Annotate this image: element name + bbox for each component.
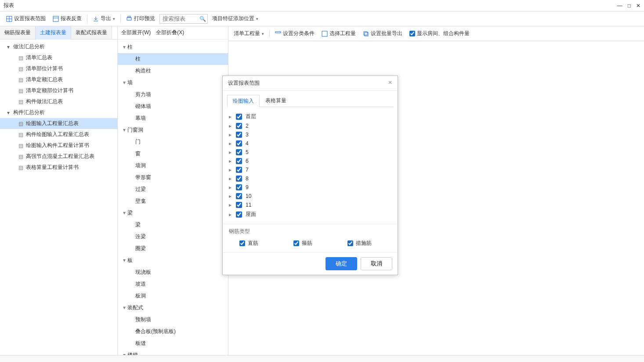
tree-item[interactable]: ▤构件绘图输入工程量汇总表: [0, 129, 117, 140]
quantity-type-dropdown[interactable]: 清单工程量 ▾: [232, 29, 266, 38]
classify-button[interactable]: 设置分类条件: [273, 29, 316, 38]
expand-icon[interactable]: ▸: [229, 193, 232, 199]
category-item[interactable]: 壁龛: [118, 195, 228, 207]
category-item[interactable]: 柱: [118, 53, 228, 65]
category-item[interactable]: 连梁: [118, 231, 228, 243]
tab-rebar[interactable]: 钢筋报表量: [0, 26, 36, 39]
table-icon: [53, 16, 59, 22]
tree-item[interactable]: ▤表格算量工程量计算书: [0, 162, 117, 173]
category-group[interactable]: ▾柱: [118, 41, 228, 53]
recheck-button[interactable]: 报表反查: [50, 14, 84, 24]
batch-export-button[interactable]: 设置批量导出: [361, 29, 404, 38]
expand-icon[interactable]: ▸: [229, 140, 232, 147]
expand-icon[interactable]: ▸: [229, 149, 232, 155]
expand-all-button[interactable]: 全部展开(W): [121, 29, 151, 36]
floor-checkbox-row[interactable]: ▸9: [229, 183, 391, 192]
category-item[interactable]: 门: [118, 136, 228, 148]
floor-checkbox-row[interactable]: ▸5: [229, 148, 391, 157]
category-item[interactable]: 砌体墙: [118, 100, 228, 112]
tree-item[interactable]: ▤清单汇总表: [0, 52, 117, 63]
category-item[interactable]: 圈梁: [118, 243, 228, 254]
floor-checkbox-row[interactable]: ▸2: [229, 122, 391, 130]
set-range-button[interactable]: 设置报表范围: [4, 14, 48, 24]
category-item[interactable]: 构造柱: [118, 65, 228, 77]
collapse-all-button[interactable]: 全部折叠(X): [156, 29, 184, 36]
tree-item[interactable]: ▤绘图输入构件工程量计算书: [0, 140, 117, 151]
select-qty-button[interactable]: 选择工程量: [320, 29, 358, 38]
floor-checkbox-row[interactable]: ▸7: [229, 165, 391, 174]
tab-civil[interactable]: 土建报表量: [36, 26, 71, 39]
floor-checkbox-row[interactable]: ▸8: [229, 174, 391, 183]
category-item[interactable]: 坡道: [118, 278, 228, 290]
floor-checkbox-row[interactable]: ▸4: [229, 139, 391, 148]
rebar-type-checkbox[interactable]: 直筋: [239, 240, 258, 247]
show-room-checkbox[interactable]: 显示房间、组合构件量: [408, 29, 471, 38]
category-item[interactable]: 预制墙: [118, 314, 228, 326]
category-group[interactable]: ▾墙: [118, 77, 228, 89]
export-icon: [93, 16, 99, 22]
category-group[interactable]: ▾楼梯: [118, 349, 228, 355]
expand-icon[interactable]: ▸: [229, 123, 232, 129]
floor-checkbox-row[interactable]: ▸10: [229, 192, 391, 201]
print-preview-button[interactable]: 打印预览: [123, 14, 158, 24]
category-item[interactable]: 现浇板: [118, 266, 228, 278]
set-range-dialog: 设置报表范围 ✕ 绘图输入 表格算量 ▸首层▸2▸3▸4▸5▸6▸7▸8▸9▸1…: [222, 75, 398, 275]
tree-item[interactable]: ▤清单定额汇总表: [0, 74, 117, 85]
filter-icon: [275, 31, 281, 37]
svg-rect-3: [53, 16, 58, 22]
category-item[interactable]: 剪力墙: [118, 89, 228, 100]
expand-icon[interactable]: ▸: [229, 184, 232, 190]
dialog-close-button[interactable]: ✕: [388, 79, 392, 87]
rebar-type-checkbox[interactable]: 措施筋: [347, 240, 372, 247]
tree-item[interactable]: ▤构件做法汇总表: [0, 96, 117, 107]
expand-icon[interactable]: ▸: [229, 114, 232, 120]
expand-icon[interactable]: ▸: [229, 158, 232, 164]
category-item[interactable]: 梁: [118, 219, 228, 231]
floor-checkbox-row[interactable]: ▸首层: [229, 111, 391, 122]
tree-group[interactable]: ▾构件汇总分析: [0, 107, 117, 118]
tree-item[interactable]: ▤清单部位计算书: [0, 63, 117, 74]
tab-prefab[interactable]: 装配式报表量: [71, 26, 112, 39]
maximize-button[interactable]: □: [628, 3, 631, 9]
minimize-button[interactable]: —: [617, 3, 622, 9]
svg-rect-7: [275, 32, 281, 33]
floor-checkbox-row[interactable]: ▸6: [229, 157, 391, 165]
category-group[interactable]: ▾装配式: [118, 302, 228, 314]
category-item[interactable]: 板缝: [118, 337, 228, 349]
category-item[interactable]: 过梁: [118, 183, 228, 195]
category-group[interactable]: ▾梁: [118, 207, 228, 219]
category-group[interactable]: ▾板: [118, 254, 228, 266]
close-button[interactable]: ✕: [636, 3, 640, 9]
category-item[interactable]: 板洞: [118, 290, 228, 302]
category-item[interactable]: 窗: [118, 148, 228, 160]
dialog-title: 设置报表范围: [228, 79, 260, 87]
rebar-type-checkbox[interactable]: 箍筋: [293, 240, 312, 247]
expand-icon[interactable]: ▸: [229, 211, 232, 218]
tree-item[interactable]: ▤清单定额部位计算书: [0, 85, 117, 96]
tree-group[interactable]: ▾做法汇总分析: [0, 41, 117, 52]
category-group[interactable]: ▾门窗洞: [118, 124, 228, 136]
category-item[interactable]: 带形窗: [118, 172, 228, 183]
category-item[interactable]: 墙洞: [118, 160, 228, 172]
expand-icon[interactable]: ▸: [229, 167, 232, 173]
tree-item[interactable]: ▤高强节点混凝土工程量汇总表: [0, 151, 117, 162]
search-icon[interactable]: 🔍: [199, 16, 206, 22]
floor-checkbox-row[interactable]: ▸3: [229, 130, 391, 139]
category-item[interactable]: 幕墙: [118, 112, 228, 124]
export-button[interactable]: 导出 ▾: [90, 14, 118, 24]
expand-icon[interactable]: ▸: [229, 176, 232, 182]
modal-tab-drawing[interactable]: 绘图输入: [227, 95, 260, 107]
category-item[interactable]: 叠合板(预制底板): [118, 326, 228, 337]
ok-button[interactable]: 确定: [326, 257, 357, 270]
tree-item[interactable]: ▤绘图输入工程量汇总表: [0, 118, 117, 129]
floor-checkbox-row[interactable]: ▸11: [229, 201, 391, 209]
modal-tab-table[interactable]: 表格算量: [260, 94, 292, 107]
expand-icon[interactable]: ▸: [229, 132, 232, 138]
svg-rect-10: [365, 32, 368, 36]
feature-position-dropdown[interactable]: 项目特征添加位置 ▾: [210, 14, 261, 24]
svg-rect-8: [322, 31, 327, 36]
floor-checkbox-row[interactable]: ▸屋面: [229, 209, 391, 219]
window-title: 报表: [4, 2, 14, 9]
cancel-button[interactable]: 取消: [361, 257, 392, 270]
expand-icon[interactable]: ▸: [229, 202, 232, 208]
